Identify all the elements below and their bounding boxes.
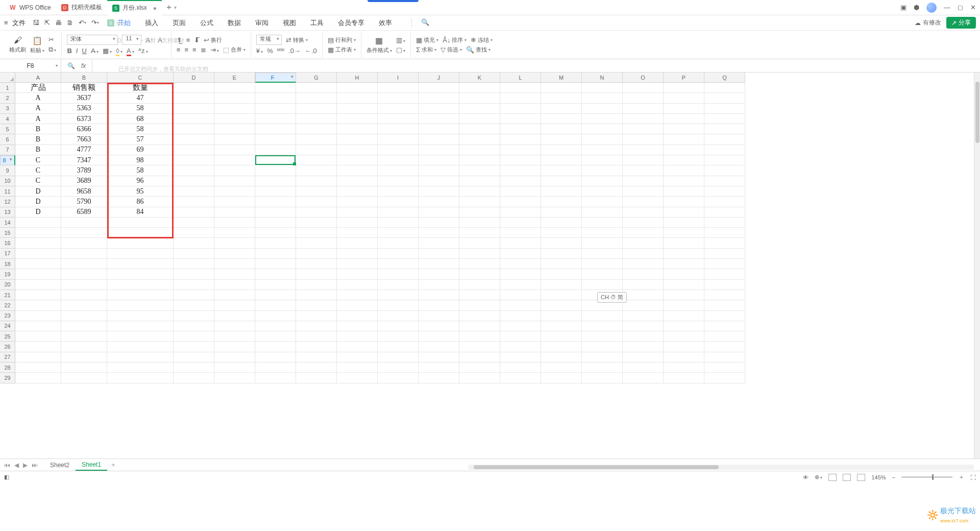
cell-D9[interactable] [174,165,214,176]
cell-G19[interactable] [296,269,337,279]
cell-E26[interactable] [214,342,255,352]
cell-J14[interactable] [419,218,459,228]
cell-N13[interactable] [582,207,623,218]
cell-Q25[interactable] [704,331,745,342]
cell-L20[interactable] [500,280,541,290]
cell-H13[interactable] [337,207,378,218]
cell-D3[interactable] [174,104,214,114]
cell-N20[interactable] [582,280,623,290]
cell-N7[interactable] [582,145,623,155]
cell-Q1[interactable] [704,83,745,93]
cell-C21[interactable] [107,290,174,300]
cell-K26[interactable] [459,342,500,352]
dec-decimal-icon[interactable]: ←.0 [305,47,317,55]
cell-O9[interactable] [623,165,664,176]
sheet-prev-icon[interactable]: ◀ [14,462,19,469]
cell-I28[interactable] [378,363,419,373]
cell-B13[interactable]: 6589 [61,207,107,218]
cell-B24[interactable] [61,321,107,331]
cell-O6[interactable] [623,134,664,144]
cell-C16[interactable] [107,238,174,248]
cell-M13[interactable] [541,207,582,218]
cell-G14[interactable] [296,218,337,228]
cell-Q12[interactable] [704,197,745,207]
cell-E7[interactable] [214,145,255,155]
cell-F19[interactable] [255,269,296,279]
cell-H15[interactable] [337,228,378,238]
cell-K23[interactable] [459,311,500,321]
cell-A29[interactable] [15,373,61,383]
cell-C28[interactable] [107,363,174,373]
cell-N2[interactable] [582,93,623,103]
cell-D18[interactable] [174,259,214,269]
cell-M12[interactable] [541,197,582,207]
cell-J29[interactable] [419,373,459,383]
cell-A17[interactable] [15,249,61,259]
cell-O28[interactable] [623,363,664,373]
col-header-J[interactable]: J [419,73,459,83]
cell-I26[interactable] [378,342,419,352]
sheet-first-icon[interactable]: ⏮ [4,462,10,469]
cell-F6[interactable] [255,134,296,144]
row-header-19[interactable]: 19 [0,269,15,279]
col-header-E[interactable]: E [214,73,255,83]
cell-A26[interactable] [15,342,61,352]
cell-E29[interactable] [214,373,255,383]
cell-A22[interactable] [15,300,61,310]
cell-F10[interactable] [255,176,296,186]
cell-A23[interactable] [15,311,61,321]
cell-I16[interactable] [378,238,419,248]
cell-E4[interactable] [214,114,255,124]
cell-E23[interactable] [214,311,255,321]
cell-B19[interactable] [61,269,107,279]
cell-J21[interactable] [419,290,459,300]
cell-O24[interactable] [623,321,664,331]
cell-E22[interactable] [214,300,255,310]
cell-M21[interactable] [541,290,582,300]
cell-P12[interactable] [664,197,704,207]
cell-I17[interactable] [378,249,419,259]
cell-P14[interactable] [664,218,704,228]
cell-C15[interactable] [107,228,174,238]
cell-G12[interactable] [296,197,337,207]
cell-C13[interactable]: 84 [107,207,174,218]
cell-H5[interactable] [337,124,378,134]
inc-decimal-icon[interactable]: .0→ [288,47,301,55]
cell-D26[interactable] [174,342,214,352]
zoom-value[interactable]: 145% [871,474,886,480]
decrease-font-icon[interactable]: A⁻ [158,36,166,44]
cell-L4[interactable] [500,114,541,124]
cell-L29[interactable] [500,373,541,383]
cell-P27[interactable] [664,352,704,363]
cell-A16[interactable] [15,238,61,248]
cell-L8[interactable] [500,155,541,165]
cell-E8[interactable] [214,155,255,165]
align-right-icon[interactable]: ≡ [192,46,197,54]
tab-tools[interactable]: 工具 [310,18,324,28]
underline-button[interactable]: U [82,47,86,55]
cell-C29[interactable] [107,373,174,383]
cell-H20[interactable] [337,280,378,290]
cell-E18[interactable] [214,259,255,269]
tab-review[interactable]: 审阅 [255,18,268,28]
cell-I8[interactable] [378,155,419,165]
col-header-A[interactable]: A [15,73,61,83]
cell-A15[interactable] [15,228,61,238]
row-header-5[interactable]: 5 [0,124,15,134]
view-normal-icon[interactable] [828,474,837,481]
thousands-icon[interactable]: ººº [277,47,284,55]
strike-button[interactable]: A̶ [91,47,99,55]
view-page-icon[interactable] [843,474,851,481]
cell-A27[interactable] [15,352,61,363]
cell-H17[interactable] [337,249,378,259]
cell-Q16[interactable] [704,238,745,248]
cell-C5[interactable]: 58 [107,124,174,134]
cell-O22[interactable] [623,300,664,310]
cell-N8[interactable] [582,155,623,165]
convert-button[interactable]: ⇄转换 [286,36,308,44]
cell-A18[interactable] [15,259,61,269]
align-bottom-icon[interactable]: ⬇̅ [194,36,200,44]
cell-P28[interactable] [664,363,704,373]
cell-P2[interactable] [664,93,704,103]
cell-D5[interactable] [174,124,214,134]
